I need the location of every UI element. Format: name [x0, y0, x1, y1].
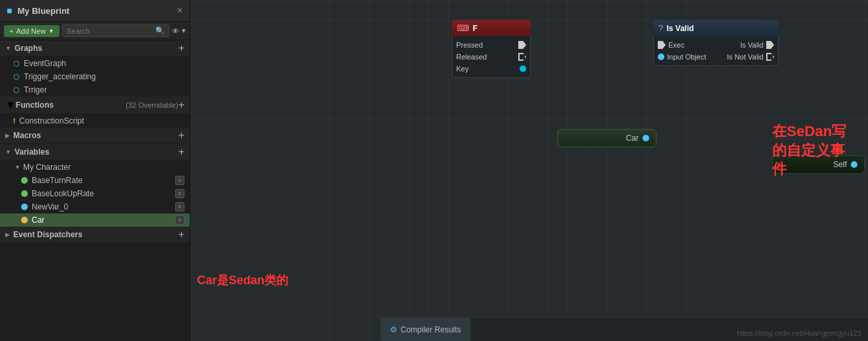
- is-valid-pin-out: [766, 41, 774, 49]
- graphs-add-icon[interactable]: +: [178, 43, 184, 54]
- scroll-chevron-icon: ≡: [178, 177, 181, 184]
- left-panel: ■ My Blueprint ✕ + Add New ▼ 🔍 👁 ▾ ▼ Gra…: [0, 0, 190, 341]
- var-scroll-icon[interactable]: ≡: [175, 189, 184, 198]
- variables-section: ▼ My Character BaseTurnRate ≡ BaseLookUp…: [0, 161, 190, 227]
- triangle-icon: ▼: [5, 45, 11, 52]
- triangle-icon: ▶: [5, 132, 10, 139]
- graph-icon: ⬡: [13, 73, 20, 81]
- macros-section-header[interactable]: ▶ Macros +: [0, 128, 190, 144]
- triangle-icon: ▼: [5, 149, 11, 155]
- input-object-pin: Input Object: [658, 53, 716, 61]
- node-is-valid-exec-row: Exec Is Valid: [654, 39, 778, 51]
- sidebar-item-eventgraph[interactable]: ⬡ EventGraph: [0, 57, 190, 70]
- node-f-pin-key: Key: [452, 63, 530, 75]
- search-box: 🔍: [62, 24, 169, 37]
- node-car[interactable]: Car: [557, 129, 656, 147]
- sidebar-item-trigger-accel[interactable]: ⬡ Trigger_accelerating: [0, 70, 190, 83]
- event-dispatchers-section-header[interactable]: ▶ Event Dispatchers +: [0, 227, 190, 243]
- node-is-valid-title: Is Valid: [666, 24, 693, 33]
- tab-compiler-results[interactable]: ⚙ Compiler Results: [381, 318, 471, 341]
- sidebar-item-construction-script[interactable]: f ConstructionScript: [0, 114, 190, 128]
- panel-header: ■ My Blueprint ✕: [0, 0, 190, 22]
- my-character-group[interactable]: ▼ My Character: [0, 161, 190, 174]
- func-icon: f: [13, 117, 15, 125]
- node-f-pin-released: Released: [452, 51, 530, 63]
- graph-icon: ⬡: [13, 59, 20, 68]
- toolbar-row: + Add New ▼ 🔍 👁 ▾: [0, 22, 190, 40]
- var-car[interactable]: Car ≡: [0, 213, 190, 227]
- is-valid-label: Is Valid: [716, 41, 764, 49]
- panel-title: My Blueprint: [17, 6, 171, 16]
- node-is-valid-body: Exec Is Valid Input Object Is Not Valid: [653, 36, 779, 66]
- input-object-dot: [658, 54, 664, 60]
- graph-icon: ⬡: [13, 86, 20, 95]
- node-self[interactable]: Self: [772, 155, 865, 174]
- pressed-pin-out: [518, 41, 526, 49]
- search-icon: 🔍: [155, 26, 165, 35]
- exec-pin-in: [658, 41, 666, 49]
- scroll-chevron-icon: ≡: [178, 204, 181, 210]
- var-new-var-0[interactable]: NewVar_0 ≡: [0, 200, 190, 213]
- my-character-label: My Character: [23, 163, 71, 172]
- graphs-label: Graphs: [15, 44, 178, 53]
- var-name-base-look-up-rate: BaseLookUpRate: [32, 189, 171, 198]
- var-dot-icon: [21, 204, 28, 210]
- functions-label: Functions: [16, 100, 123, 110]
- var-base-look-up-rate[interactable]: BaseLookUpRate ≡: [0, 187, 190, 200]
- graphs-section-header[interactable]: ▼ Graphs +: [0, 40, 190, 57]
- triangle-icon: ▶: [5, 231, 10, 238]
- add-new-label: Add New: [16, 27, 46, 35]
- var-scroll-icon[interactable]: ≡: [175, 215, 184, 225]
- url-text: https://blog.csdn.net/Huangpengyu123: [737, 329, 861, 337]
- eye-icon[interactable]: 👁: [172, 27, 179, 35]
- var-name-base-turn-rate: BaseTurnRate: [32, 176, 171, 185]
- var-scroll-icon[interactable]: ≡: [175, 176, 184, 185]
- dropdown-arrow-icon: ▼: [48, 28, 54, 34]
- var-name-new-var-0: NewVar_0: [32, 202, 171, 211]
- panel-content: ▼ Graphs + ⬡ EventGraph ⬡ Trigger_accele…: [0, 40, 190, 341]
- settings-icon[interactable]: ▾: [182, 26, 186, 35]
- macros-label: Macros: [13, 131, 178, 140]
- key-pin-dot: [520, 65, 526, 72]
- self-dot-out: [851, 161, 857, 168]
- event-dispatchers-label: Event Dispatchers: [13, 230, 178, 239]
- car-node-label: Car: [626, 133, 639, 143]
- macros-add-icon[interactable]: +: [178, 130, 184, 141]
- variables-label: Variables: [15, 147, 178, 157]
- self-node-label: Self: [833, 160, 847, 169]
- node-f[interactable]: ⌨ F Pressed Released Key: [452, 20, 531, 78]
- variables-add-icon[interactable]: +: [178, 147, 184, 157]
- var-base-turn-rate[interactable]: BaseTurnRate ≡: [0, 174, 190, 187]
- node-self-body: Self: [772, 155, 865, 174]
- panel-close-icon[interactable]: ✕: [177, 6, 183, 15]
- node-car-body: Car: [557, 129, 656, 147]
- var-dot-icon: [21, 217, 28, 223]
- group-triangle-icon: ▼: [15, 164, 20, 170]
- key-icon: ⌨: [457, 23, 469, 33]
- is-not-valid-pin: Is Not Valid: [716, 53, 774, 61]
- add-icon: +: [9, 27, 13, 35]
- search-input[interactable]: [67, 27, 153, 35]
- functions-section-header[interactable]: ▼ Functions (32 Overridable) +: [0, 96, 190, 114]
- add-new-button[interactable]: + Add New ▼: [4, 25, 59, 37]
- trriger-label: Trriger: [24, 85, 47, 95]
- event-dispatchers-add-icon[interactable]: +: [178, 229, 184, 240]
- is-not-valid-pin-out: [766, 53, 774, 61]
- car-dot-out: [643, 135, 649, 141]
- sidebar-item-trriger[interactable]: ⬡ Trriger: [0, 83, 190, 96]
- input-object-label: Input Object: [667, 53, 716, 61]
- triangle-icon: ▼: [5, 99, 16, 111]
- functions-sub-label: (32 Overridable): [126, 101, 178, 109]
- var-dot-icon: [21, 177, 28, 184]
- node-is-valid[interactable]: ? Is Valid Exec Is Valid Input Object: [653, 20, 779, 66]
- exec-label: Exec: [668, 41, 716, 49]
- node-f-title: F: [473, 24, 477, 33]
- blueprint-icon: ■: [7, 5, 12, 16]
- functions-add-icon[interactable]: +: [178, 100, 184, 110]
- main-area[interactable]: ⌨ F Pressed Released Key ? Is Valid: [190, 0, 868, 341]
- is-valid-out-pin: Is Valid: [716, 41, 774, 49]
- var-scroll-icon[interactable]: ≡: [175, 202, 184, 211]
- variables-section-header[interactable]: ▼ Variables +: [0, 144, 190, 161]
- var-dot-icon: [21, 190, 28, 197]
- is-not-valid-label: Is Not Valid: [716, 53, 764, 61]
